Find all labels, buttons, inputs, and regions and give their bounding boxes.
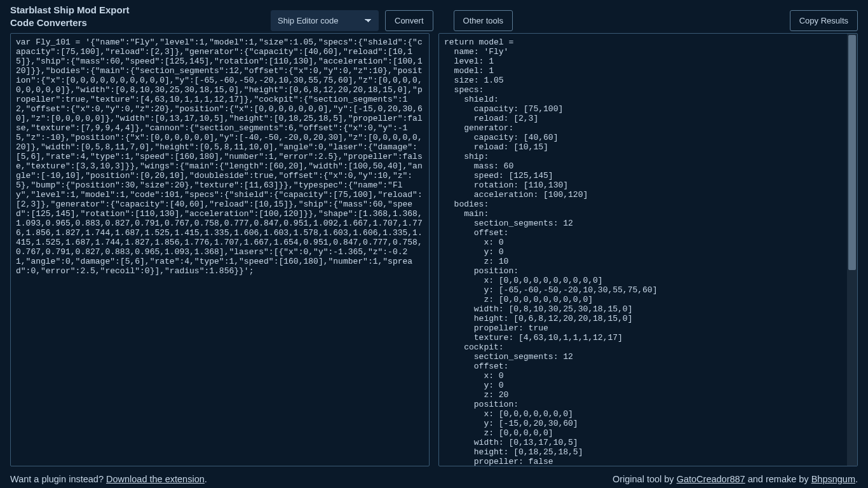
main-content: var Fly_101 = '{"name":"Fly","level":1,"… (0, 33, 868, 466)
toolbar-left: Ship Editor code Convert Other tools (271, 10, 513, 31)
author2-link[interactable]: Bhpsngum (811, 474, 855, 484)
header: Starblast Ship Mod Export Code Converter… (0, 0, 868, 33)
download-extension-link[interactable]: Download the extension (106, 474, 205, 484)
author1-link[interactable]: GatoCreador887 (677, 474, 745, 484)
output-panel: return model = name: 'Fly' level: 1 mode… (438, 33, 858, 466)
input-code[interactable]: var Fly_101 = '{"name":"Fly","level":1,"… (11, 34, 429, 466)
output-code[interactable]: return model = name: 'Fly' level: 1 mode… (439, 34, 847, 466)
other-tools-button[interactable]: Other tools (454, 10, 513, 31)
output-scrollbar[interactable] (847, 34, 857, 466)
title-line-2: Code Converters (10, 17, 87, 28)
convert-button[interactable]: Convert (385, 10, 433, 31)
title-line-1: Starblast Ship Mod Export (10, 4, 130, 15)
page-title: Starblast Ship Mod Export Code Converter… (10, 4, 271, 30)
footer-right: Original tool by GatoCreador887 and rema… (613, 474, 858, 484)
credit-middle: and remake by (745, 474, 811, 484)
period-1: . (205, 474, 207, 484)
copy-results-button[interactable]: Copy Results (790, 10, 858, 31)
plugin-prompt: Want a plugin instead? (10, 474, 106, 484)
toolbar-right: Copy Results (790, 10, 858, 31)
period-2: . (855, 474, 858, 484)
footer-left: Want a plugin instead? Download the exte… (10, 474, 207, 484)
footer: Want a plugin instead? Download the exte… (10, 474, 858, 484)
scrollbar-thumb[interactable] (848, 35, 856, 270)
format-dropdown[interactable]: Ship Editor code (271, 10, 379, 31)
credit-prefix: Original tool by (613, 474, 677, 484)
input-panel: var Fly_101 = '{"name":"Fly","level":1,"… (10, 33, 430, 466)
